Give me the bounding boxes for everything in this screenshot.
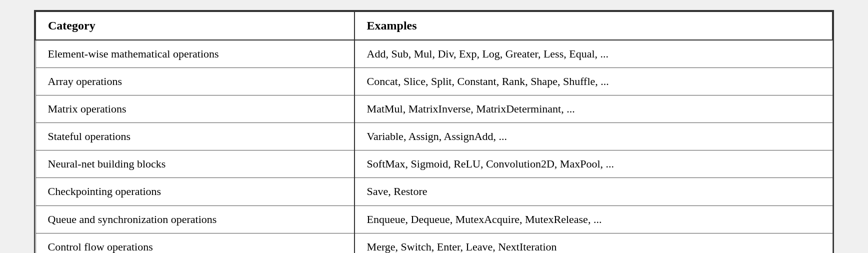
examples-cell: MatMul, MatrixInverse, MatrixDeterminant…	[354, 96, 832, 123]
operations-table: Category Examples Element-wise mathemati…	[35, 11, 833, 253]
table-row: Matrix operationsMatMul, MatrixInverse, …	[36, 96, 832, 123]
category-cell: Stateful operations	[36, 123, 354, 150]
operations-table-container: Category Examples Element-wise mathemati…	[34, 10, 834, 253]
table-row: Stateful operationsVariable, Assign, Ass…	[36, 123, 832, 150]
examples-cell: Save, Restore	[354, 178, 832, 206]
examples-cell: Merge, Switch, Enter, Leave, NextIterati…	[354, 233, 832, 253]
table-row: Checkpointing operationsSave, Restore	[36, 178, 832, 206]
table-row: Array operationsConcat, Slice, Split, Co…	[36, 68, 832, 96]
table-row: Control flow operationsMerge, Switch, En…	[36, 233, 832, 253]
category-cell: Array operations	[36, 68, 354, 96]
category-cell: Matrix operations	[36, 96, 354, 123]
category-cell: Checkpointing operations	[36, 178, 354, 206]
examples-cell: Enqueue, Dequeue, MutexAcquire, MutexRel…	[354, 206, 832, 233]
examples-cell: SoftMax, Sigmoid, ReLU, Convolution2D, M…	[354, 150, 832, 178]
table-row: Element-wise mathematical operationsAdd,…	[36, 40, 832, 68]
category-cell: Control flow operations	[36, 233, 354, 253]
examples-cell: Add, Sub, Mul, Div, Exp, Log, Greater, L…	[354, 40, 832, 68]
category-cell: Element-wise mathematical operations	[36, 40, 354, 68]
table-row: Queue and synchronization operationsEnqu…	[36, 206, 832, 233]
examples-header: Examples	[354, 12, 832, 40]
examples-cell: Concat, Slice, Split, Constant, Rank, Sh…	[354, 68, 832, 96]
category-header: Category	[36, 12, 354, 40]
category-cell: Neural-net building blocks	[36, 150, 354, 178]
category-cell: Queue and synchronization operations	[36, 206, 354, 233]
examples-cell: Variable, Assign, AssignAdd, ...	[354, 123, 832, 150]
table-row: Neural-net building blocksSoftMax, Sigmo…	[36, 150, 832, 178]
table-header-row: Category Examples	[36, 12, 832, 40]
